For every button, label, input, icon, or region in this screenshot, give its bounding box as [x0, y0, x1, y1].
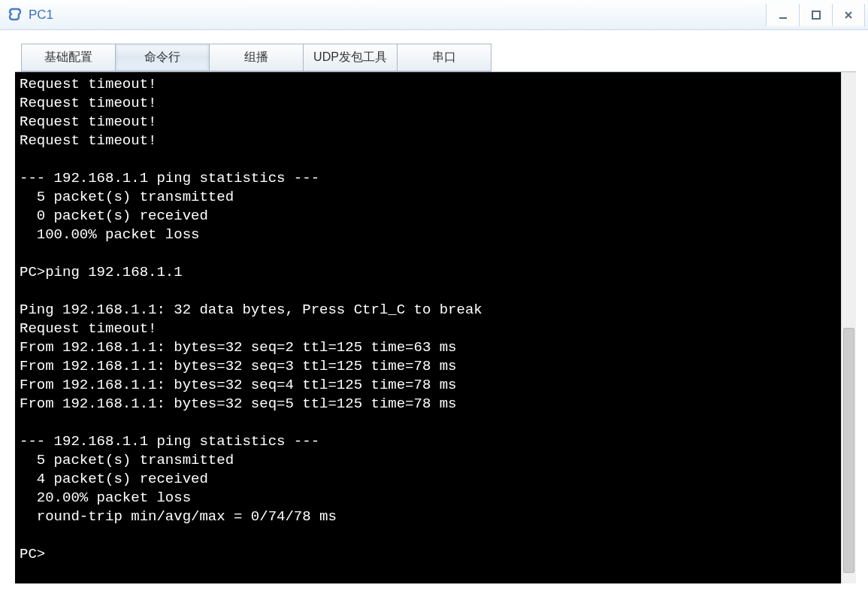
window-title: PC1 — [29, 8, 766, 23]
tab-multicast[interactable]: 组播 — [209, 44, 304, 71]
scrollbar-thumb[interactable] — [843, 328, 854, 573]
window-controls — [766, 4, 865, 26]
tab-bar: 基础配置 命令行 组播 UDP发包工具 串口 — [0, 30, 868, 71]
terminal-scrollbar[interactable] — [841, 72, 856, 583]
maximize-button[interactable] — [799, 4, 832, 26]
tab-command-line[interactable]: 命令行 — [115, 44, 210, 71]
app-icon — [6, 6, 24, 24]
minimize-button[interactable] — [766, 4, 799, 26]
close-button[interactable] — [832, 4, 865, 26]
tab-serial[interactable]: 串口 — [397, 44, 491, 71]
window-titlebar: PC1 — [0, 0, 868, 30]
tab-basic-config[interactable]: 基础配置 — [21, 44, 116, 71]
svg-rect-0 — [779, 17, 787, 19]
terminal-container: Request timeout! Request timeout! Reques… — [15, 71, 856, 583]
svg-rect-1 — [812, 11, 820, 19]
terminal-output[interactable]: Request timeout! Request timeout! Reques… — [15, 72, 841, 583]
tab-udp-tool[interactable]: UDP发包工具 — [303, 44, 398, 71]
